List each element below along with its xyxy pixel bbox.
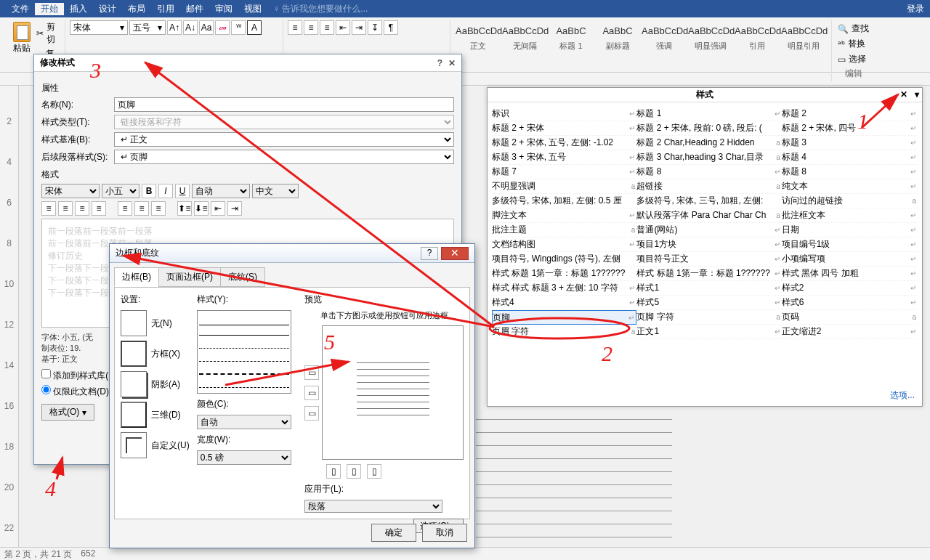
menu-insert[interactable]: 插入 — [64, 3, 93, 15]
char-count[interactable]: 652 — [81, 548, 95, 559]
font-size-combo[interactable]: 五号▾ — [129, 20, 166, 35]
show-marks-button[interactable]: ¶ — [384, 20, 398, 35]
sort-button[interactable]: ↧ — [368, 20, 382, 35]
setting-none[interactable]: 无(N) — [121, 310, 191, 336]
style-entry[interactable]: 标题 3 Char,heading 3 Char,目录a — [636, 150, 781, 165]
shrink-font-button[interactable]: A↓ — [183, 20, 198, 35]
style-entry[interactable]: 页码a — [782, 310, 918, 325]
font-name-combo[interactable]: 宋体▾ — [70, 20, 128, 35]
border-bottom-button[interactable]: ▭ — [304, 406, 319, 421]
setting-3d[interactable]: 三维(D) — [121, 402, 191, 428]
style-entry[interactable]: 页脚 字符a — [636, 310, 781, 325]
help-icon[interactable]: ? — [437, 58, 442, 68]
line-spacing-1-button[interactable]: ≡ — [118, 201, 132, 216]
border-vmiddle-button[interactable]: ▯ — [347, 464, 361, 479]
style-entry[interactable]: 样式1↵ — [636, 281, 781, 296]
style-entry[interactable]: 项目1方块↵ — [636, 238, 781, 252]
help-icon[interactable]: ? — [421, 247, 438, 260]
style-entry[interactable]: 标题 2 + 宋体, 段前: 0 磅, 段后: ( — [636, 121, 781, 136]
style-entry[interactable]: 标题 7↵ — [492, 165, 636, 179]
style-gallery-item[interactable]: AaBbC标题 1 — [548, 20, 594, 61]
align-right-button[interactable]: ≡ — [75, 201, 89, 216]
numbering-button[interactable]: ≡ — [304, 20, 318, 35]
tab-page-border[interactable]: 页面边框(P) — [158, 267, 221, 287]
style-entry[interactable]: 页脚↵ — [492, 310, 636, 325]
increase-indent-button[interactable]: ⇥ — [352, 20, 366, 35]
setting-custom[interactable]: 自定义(U) — [121, 432, 191, 458]
fmt-lang-select[interactable]: 中文 — [252, 184, 299, 198]
close-icon[interactable]: ✕ — [441, 247, 469, 260]
style-entry[interactable]: 批注主题a — [492, 223, 636, 238]
italic-button[interactable]: I — [158, 184, 173, 198]
replace-button[interactable]: ᵃᵇ替换 — [836, 37, 870, 51]
border-hmiddle-button[interactable]: ▭ — [304, 386, 319, 400]
style-entry[interactable]: 正文缩进2↵ — [782, 325, 918, 339]
style-gallery-item[interactable]: AaBbCcDd强调 — [641, 20, 687, 61]
menu-review[interactable]: 审阅 — [209, 3, 238, 15]
style-entry[interactable]: 样式4↵ — [492, 296, 636, 310]
space-after-button[interactable]: ⬇≡ — [194, 201, 209, 216]
border-top-button[interactable]: ▭ — [304, 365, 319, 380]
setting-box[interactable]: 方框(X) — [121, 341, 191, 367]
style-entry[interactable]: 标题 2 + 宋体↵ — [492, 121, 636, 136]
style-name-input[interactable] — [114, 97, 454, 112]
style-entry[interactable]: 标题 8↵ — [782, 165, 918, 179]
tell-me[interactable]: ♀ 告诉我您想要做什么... — [267, 3, 373, 15]
style-entry[interactable]: 批注框文本↵ — [782, 208, 918, 223]
style-entry[interactable]: 文档结构图↵ — [492, 238, 636, 252]
styles-pane-dropdown[interactable]: ▾ — [915, 89, 919, 100]
style-entry[interactable]: 样式 黑体 四号 加粗↵ — [782, 267, 918, 281]
style-entry[interactable]: 访问过的超链接a — [782, 194, 918, 208]
style-entry[interactable]: 默认段落字体 Para Char Char Cha — [636, 208, 781, 223]
style-entry[interactable]: 标题 1↵ — [636, 107, 781, 121]
fmt-color-select[interactable]: 自动 — [192, 184, 250, 198]
menu-view[interactable]: 视图 — [238, 3, 267, 15]
style-entry[interactable]: 标识↵ — [492, 107, 636, 121]
cut-button[interactable]: ✂剪切 — [35, 20, 60, 46]
select-button[interactable]: ▭选择 — [836, 52, 870, 66]
style-entry[interactable]: 纯文本↵ — [782, 179, 918, 194]
style-entry[interactable]: 标题 2 + 宋体, 五号, 左侧: -1.02 — [492, 136, 636, 150]
style-gallery-item[interactable]: AaBbCcDd无间隔 — [501, 20, 548, 61]
tab-shading[interactable]: 底纹(S) — [220, 267, 265, 287]
style-entry[interactable]: 项目符号正文↵ — [636, 252, 781, 267]
page-indicator[interactable]: 第 2 页，共 21 页 — [4, 548, 72, 559]
indent-left-button[interactable]: ⇤ — [211, 201, 225, 216]
style-gallery-item[interactable]: AaBbCcDd引用 — [734, 20, 780, 61]
border-right-button[interactable]: ▯ — [367, 464, 381, 479]
bold-button[interactable]: B — [142, 184, 156, 198]
style-entry[interactable]: 标题 4↵ — [782, 150, 918, 165]
change-case-button[interactable]: Aa — [199, 20, 214, 35]
menu-references[interactable]: 引用 — [151, 3, 180, 15]
style-entry[interactable]: 项目编号1级↵ — [782, 238, 918, 252]
styles-pane-close[interactable]: ✕ — [900, 89, 907, 100]
setting-shadow[interactable]: 阴影(A) — [121, 371, 191, 397]
align-left-button[interactable]: ≡ — [41, 201, 56, 216]
clear-format-button[interactable]: መ — [215, 20, 230, 35]
underline-button[interactable]: U — [175, 184, 190, 198]
fmt-size-select[interactable]: 小五 — [102, 184, 140, 198]
indent-right-button[interactable]: ⇥ — [227, 201, 242, 216]
tab-border[interactable]: 边框(B) — [114, 267, 159, 287]
paste-button[interactable]: 粘贴 — [9, 20, 35, 86]
border-color-select[interactable]: 自动 — [197, 415, 291, 429]
style-entry[interactable]: 不明显强调a — [492, 179, 636, 194]
login-button[interactable]: 登录 — [907, 3, 924, 15]
align-center-button[interactable]: ≡ — [58, 201, 73, 216]
border-left-button[interactable]: ▯ — [326, 464, 341, 479]
bullets-button[interactable]: ≡ — [288, 20, 302, 35]
close-icon[interactable]: ✕ — [448, 58, 456, 68]
style-entry[interactable]: 标题 2↵ — [782, 107, 918, 121]
menu-file[interactable]: 文件 — [6, 3, 35, 15]
style-entry[interactable]: 标题 3 + 宋体, 五号↵ — [492, 150, 636, 165]
apply-to-select[interactable]: 段落 — [304, 500, 442, 513]
decrease-indent-button[interactable]: ⇤ — [336, 20, 350, 35]
menu-home[interactable]: 开始 — [35, 3, 64, 15]
fmt-font-select[interactable]: 宋体 — [41, 184, 100, 198]
style-entry[interactable]: 超链接a — [636, 179, 781, 194]
style-entry[interactable]: 样式 标题 1第一章：标题 1?????? — [492, 267, 636, 281]
style-entry[interactable]: 标题 8↵ — [636, 165, 781, 179]
menu-design[interactable]: 设计 — [93, 3, 122, 15]
menu-mailings[interactable]: 邮件 — [180, 3, 209, 15]
styles-options-link[interactable]: 选项... — [890, 389, 915, 402]
